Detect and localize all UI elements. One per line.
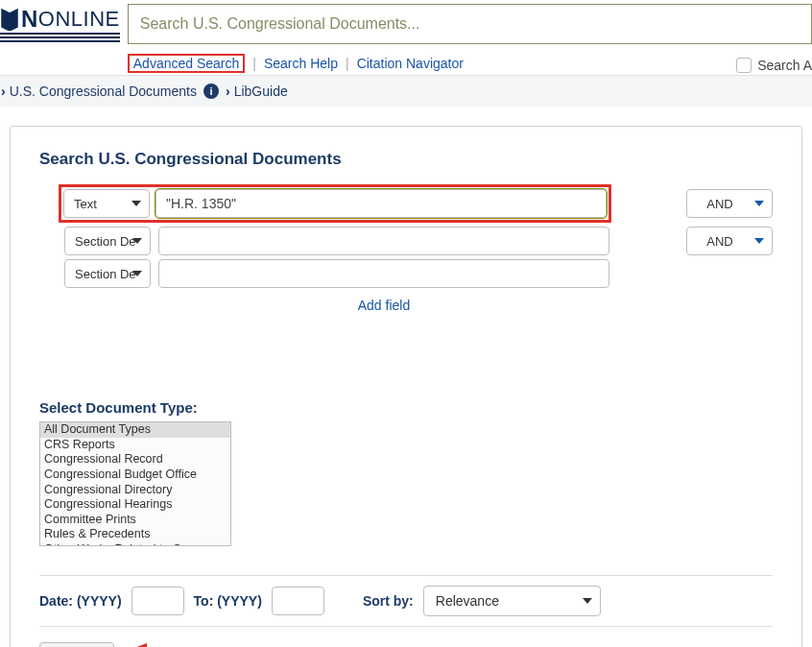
logo-underline — [0, 33, 120, 41]
list-item[interactable]: Rules & Precedents — [40, 527, 230, 542]
highlight-box-1: Text — [59, 184, 611, 223]
date-from-input[interactable] — [131, 587, 184, 615]
search-button[interactable]: Search — [39, 642, 114, 647]
search-bar[interactable] — [128, 4, 812, 44]
date-to-input[interactable] — [272, 587, 324, 615]
list-item[interactable]: Committee Prints — [40, 513, 230, 528]
breadcrumb: › U.S. Congressional Documents i › LibGu… — [0, 76, 812, 107]
add-field-row: Add field — [59, 292, 773, 313]
advanced-search-link[interactable]: Advanced Search — [133, 56, 240, 71]
field-input-2[interactable] — [158, 227, 609, 255]
chevron-down-icon — [132, 238, 142, 244]
field-input-3[interactable] — [158, 259, 609, 288]
search-column: Advanced Search | Search Help | Citation… — [128, 0, 812, 75]
operator-select-1[interactable]: AND — [686, 189, 773, 218]
sort-by-select[interactable]: Relevance — [423, 586, 601, 616]
search-all-option[interactable]: Search A — [717, 52, 812, 75]
search-help-link[interactable]: Search Help — [264, 56, 338, 71]
list-item[interactable]: All Document Types — [40, 422, 230, 438]
svg-marker-1 — [131, 643, 147, 648]
operator-value: AND — [706, 234, 732, 249]
field-select-value: Text — [74, 197, 97, 211]
field-select-value: Section De — [75, 234, 136, 249]
checkbox-icon[interactable] — [736, 58, 752, 73]
list-item[interactable]: Other Works Related to Congress — [40, 542, 230, 546]
date-from-label: Date: (YYYY) — [39, 593, 122, 609]
sub-links: Advanced Search | Search Help | Citation… — [128, 52, 812, 75]
operator-select-2[interactable]: AND — [686, 227, 773, 255]
search-input[interactable] — [129, 5, 811, 43]
arrow-indicator-icon — [131, 642, 218, 648]
chevron-down-icon — [754, 201, 764, 206]
list-item[interactable]: CRS Reports — [40, 438, 230, 453]
breadcrumb-libguide[interactable]: LibGuide — [234, 84, 288, 99]
citation-navigator-link[interactable]: Citation Navigator — [357, 56, 464, 71]
search-row-3: Section De — [59, 259, 773, 288]
info-icon[interactable]: i — [203, 84, 219, 99]
search-row-2: Section De AND — [59, 227, 773, 255]
logo[interactable]: NONLINE — [0, 6, 120, 33]
list-item[interactable]: Congressional Budget Office — [40, 467, 230, 483]
top-bar: NONLINE Advanced Search | Search Help | … — [0, 0, 812, 76]
panel-title: Search U.S. Congressional Documents — [39, 150, 773, 169]
logo-region: NONLINE — [0, 0, 128, 41]
document-type-listbox[interactable]: All Document TypesCRS ReportsCongression… — [39, 421, 231, 546]
field-select-2[interactable]: Section De — [64, 227, 151, 255]
advanced-search-highlight: Advanced Search — [128, 54, 246, 73]
breadcrumb-docs[interactable]: U.S. Congressional Documents — [10, 84, 197, 99]
field-select-1[interactable]: Text — [63, 189, 150, 218]
chevron-right-icon: › — [1, 84, 6, 99]
date-to-label: To: (YYYY) — [194, 593, 262, 609]
chevron-down-icon — [583, 598, 592, 604]
logo-letter: N — [21, 6, 38, 33]
list-item[interactable]: Congressional Directory — [40, 483, 230, 498]
field-select-value: Section De — [75, 267, 136, 281]
search-rows: Text AND Section De AND — [59, 184, 773, 313]
document-type-label: Select Document Type: — [39, 399, 773, 416]
chevron-down-icon — [754, 238, 764, 244]
sort-by-value: Relevance — [436, 593, 499, 609]
chevron-right-icon: › — [226, 84, 230, 99]
add-field-link[interactable]: Add field — [158, 298, 609, 313]
filter-row: Date: (YYYY) To: (YYYY) Sort by: Relevan… — [39, 575, 773, 627]
search-row-1: Text AND — [59, 184, 773, 223]
sort-by-label: Sort by: — [363, 593, 414, 609]
advanced-search-panel: Search U.S. Congressional Documents Text… — [10, 126, 802, 647]
list-item[interactable]: Congressional Record — [40, 452, 230, 467]
search-all-label: Search A — [757, 58, 812, 73]
logo-rest: ONLINE — [38, 7, 120, 32]
field-input-1[interactable] — [155, 189, 607, 218]
book-icon — [0, 8, 19, 31]
list-item[interactable]: Congressional Hearings — [40, 497, 230, 513]
chevron-down-icon — [132, 271, 142, 276]
field-select-3[interactable]: Section De — [64, 259, 151, 288]
chevron-down-icon — [131, 201, 141, 206]
operator-value: AND — [706, 197, 732, 211]
